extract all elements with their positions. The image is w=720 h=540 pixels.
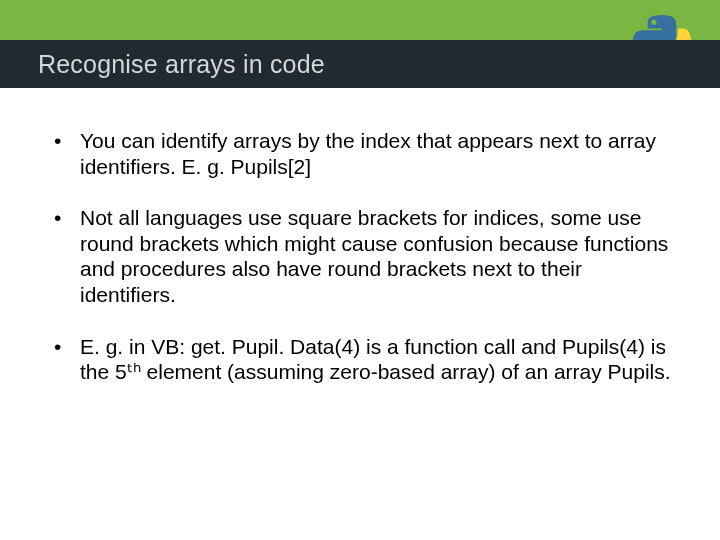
bullet-item: E. g. in VB: get. Pupil. Data(4) is a fu… <box>46 334 674 385</box>
title-strip: Recognise arrays in code <box>0 40 720 88</box>
bullet-item: Not all languages use square brackets fo… <box>46 205 674 307</box>
slide-body: You can identify arrays by the index tha… <box>0 88 720 385</box>
bullet-item: You can identify arrays by the index tha… <box>46 128 674 179</box>
slide-header: Recognise arrays in code <box>0 0 720 88</box>
bullet-list: You can identify arrays by the index tha… <box>46 128 674 385</box>
slide-title: Recognise arrays in code <box>0 50 325 79</box>
